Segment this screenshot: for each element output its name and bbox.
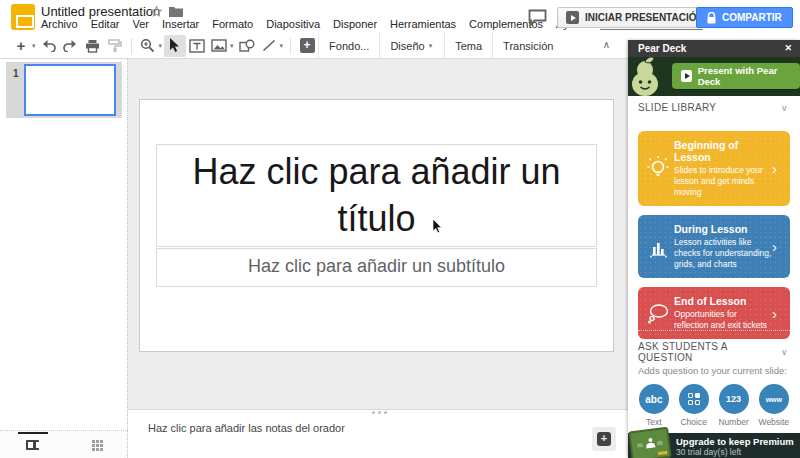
number-question-icon[interactable]: 123	[719, 384, 749, 414]
slide-thumbnail-row[interactable]: 1	[6, 62, 122, 118]
person-icon	[657, 440, 663, 445]
redo-button[interactable]	[60, 35, 82, 57]
text-box-button[interactable]	[186, 35, 208, 57]
pear-deck-banner: Present with Pear Deck	[628, 57, 800, 96]
upgrade-subtitle: 30 trial day(s) left	[676, 447, 741, 457]
insert-image-caret[interactable]: ▾	[230, 42, 234, 50]
question-type-options: abc Text Choice 123 Number www Website	[628, 384, 800, 427]
pear-mascot-icon	[628, 57, 670, 96]
during-lesson-card[interactable]: During Lesson Lesson activities like che…	[638, 215, 790, 278]
title-placeholder[interactable]: Haz clic para añadir un título	[156, 144, 597, 247]
ask-question-subtitle: Adds question to your current slide:	[628, 363, 800, 376]
zoom-button[interactable]	[137, 35, 159, 57]
slides-logo-icon[interactable]	[11, 4, 35, 30]
person-icon	[637, 443, 643, 448]
chevron-right-icon: ›	[772, 239, 784, 254]
layout-button[interactable]: Diseño▾	[379, 33, 444, 59]
layout-caret: ▾	[429, 42, 433, 50]
menu-formato[interactable]: Formato	[212, 18, 253, 30]
grid-view-icon[interactable]	[92, 440, 95, 443]
insert-image-button[interactable]	[208, 35, 230, 57]
bar-chart-icon	[642, 235, 674, 259]
subtitle-placeholder[interactable]: Haz clic para añadir un subtítulo	[156, 248, 597, 287]
menu-editar[interactable]: Editar	[91, 18, 120, 30]
website-question-option[interactable]: www Website	[759, 384, 790, 427]
present-with-pear-deck-label: Present with Pear Deck	[698, 65, 791, 87]
filmstrip-view-icon[interactable]	[26, 440, 39, 450]
card-title: During Lesson	[674, 223, 772, 235]
print-button[interactable]	[82, 35, 104, 57]
option-label: Number	[718, 417, 748, 427]
upgrade-banner[interactable]: Upgrade to keep Premium 30 trial day(s) …	[628, 433, 800, 458]
background-button[interactable]: Fondo...	[318, 33, 379, 59]
chevron-down-icon: ∨	[781, 347, 788, 357]
pear-deck-header: Pear Deck ✕	[628, 40, 800, 57]
toolbar-separator	[131, 38, 132, 54]
menu-archivo[interactable]: Archivo	[41, 18, 78, 30]
card-description: Opportunities for reflection and exit ti…	[674, 309, 772, 331]
document-title[interactable]: Untitled presentation	[41, 4, 160, 19]
lock-icon	[707, 12, 716, 24]
number-question-option[interactable]: 123 Number	[718, 384, 748, 427]
explore-icon: +	[597, 432, 611, 446]
slide-library-header[interactable]: SLIDE LIBRARY ∨	[628, 102, 800, 113]
option-label: Choice	[680, 417, 706, 427]
website-question-icon[interactable]: www	[759, 384, 789, 414]
share-button[interactable]: COMPARTIR	[696, 7, 793, 28]
slide-editor[interactable]: Haz clic para añadir un título Haz clic …	[139, 99, 614, 352]
insert-line-caret[interactable]: ▾	[280, 42, 284, 50]
new-slide-caret[interactable]: ▾	[32, 42, 36, 50]
insert-line-button[interactable]	[258, 35, 280, 57]
paint-format-button[interactable]	[104, 35, 126, 57]
slide-filmstrip-panel: 1	[0, 59, 128, 430]
transition-button[interactable]: Transición	[492, 33, 563, 59]
chevron-right-icon: ›	[772, 306, 784, 321]
menu-diapositiva[interactable]: Diapositiva	[266, 18, 320, 30]
comments-icon[interactable]	[528, 9, 547, 26]
close-sidebar-icon[interactable]: ✕	[784, 40, 792, 57]
end-of-lesson-card[interactable]: End of Lesson Opportunities for reflecti…	[638, 287, 790, 339]
collapse-toolbar-icon[interactable]: ∧	[603, 39, 610, 50]
slide-library-cards: Beginning of Lesson Slides to introduce …	[638, 131, 790, 339]
choice-question-icon[interactable]	[679, 384, 709, 414]
explore-button[interactable]: +	[592, 427, 616, 451]
menu-insertar[interactable]: Insertar	[162, 18, 199, 30]
mouse-cursor	[432, 219, 443, 234]
speaker-notes-panel[interactable]: Haz clic para añadir las notas del orado…	[128, 409, 628, 458]
speaker-notes-placeholder[interactable]: Haz clic para añadir las notas del orado…	[148, 422, 345, 434]
option-label: Text	[646, 417, 662, 427]
menu-ver[interactable]: Ver	[132, 18, 149, 30]
star-icon[interactable]	[150, 5, 163, 18]
section-divider	[638, 330, 790, 331]
menu-herramientas[interactable]: Herramientas	[390, 18, 456, 30]
thought-bubble-icon	[642, 301, 674, 325]
view-switcher-bar	[0, 430, 128, 458]
text-question-icon[interactable]: abc	[639, 384, 669, 414]
slide-1-thumbnail[interactable]	[24, 64, 116, 116]
ask-question-title: ASK STUDENTS A QUESTION	[638, 341, 781, 363]
google-slides-window: Untitled presentation Archivo Editar Ver…	[0, 0, 800, 458]
zoom-caret[interactable]: ▾	[159, 42, 163, 50]
move-folder-icon[interactable]	[169, 6, 183, 17]
notes-drag-handle[interactable]	[378, 411, 381, 414]
choice-question-option[interactable]: Choice	[679, 384, 709, 427]
lightbulb-icon	[642, 156, 674, 182]
insert-shape-button[interactable]	[236, 35, 258, 57]
top-bar: Untitled presentation Archivo Editar Ver…	[0, 0, 800, 33]
select-tool-button[interactable]	[164, 35, 186, 57]
menu-disponer[interactable]: Disponer	[333, 18, 377, 30]
new-slide-button[interactable]: +	[10, 35, 32, 57]
play-icon	[681, 70, 692, 82]
card-description: Slides to introduce your lesson and get …	[674, 165, 772, 198]
present-with-pear-deck-button[interactable]: Present with Pear Deck	[672, 63, 800, 89]
play-icon	[566, 11, 579, 24]
comment-plus-icon: +	[300, 38, 315, 53]
slide-canvas-area: Haz clic para añadir un título Haz clic …	[128, 59, 628, 409]
ask-question-header[interactable]: ASK STUDENTS A QUESTION ∨	[628, 341, 800, 363]
undo-button[interactable]	[38, 35, 60, 57]
theme-button[interactable]: Tema	[444, 33, 492, 59]
card-title: End of Lesson	[674, 295, 772, 307]
text-question-option[interactable]: abc Text	[639, 384, 669, 427]
insert-comment-button[interactable]: +	[296, 35, 318, 57]
beginning-of-lesson-card[interactable]: Beginning of Lesson Slides to introduce …	[638, 131, 790, 206]
